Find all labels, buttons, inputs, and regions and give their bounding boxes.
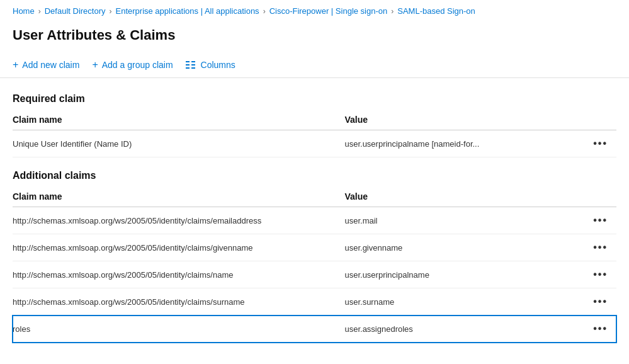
additional-claim-row[interactable]: http://schemas.xmlsoap.org/ws/2005/05/id… [13, 234, 616, 261]
required-col-value: Value [344, 110, 574, 130]
columns-icon [186, 60, 196, 69]
required-claim-value: user.userprincipalname [nameid-for... [344, 130, 574, 157]
required-claim-row[interactable]: Unique User Identifier (Name ID)user.use… [13, 130, 616, 157]
svg-rect-1 [186, 64, 190, 65]
additional-claim-row[interactable]: http://schemas.xmlsoap.org/ws/2005/05/id… [13, 207, 616, 234]
breadcrumb-home[interactable]: Home [13, 6, 35, 16]
required-col-actions [574, 110, 616, 130]
required-claims-section: Required claim Claim name Value Unique U… [13, 93, 616, 157]
required-claims-table: Claim name Value Unique User Identifier … [13, 110, 616, 157]
page-title: User Attributes & Claims [0, 22, 629, 54]
additional-claim-row[interactable]: http://schemas.xmlsoap.org/ws/2005/05/id… [13, 261, 616, 288]
additional-claim-name: roles [13, 316, 344, 343]
add-group-claim-button[interactable]: + Add a group claim [92, 59, 173, 71]
required-claim-more-button[interactable]: ••• [591, 137, 610, 151]
toolbar: + Add new claim + Add a group claim Colu… [0, 54, 629, 78]
breadcrumb-sep-4: › [391, 7, 394, 16]
breadcrumb-default-directory[interactable]: Default Directory [45, 6, 106, 16]
plus-icon-group-claim: + [92, 60, 98, 70]
additional-claims-header-row: Claim name Value [13, 186, 616, 207]
breadcrumb-enterprise-apps[interactable]: Enterprise applications | All applicatio… [116, 6, 259, 16]
breadcrumb: Home › Default Directory › Enterprise ap… [0, 0, 629, 22]
additional-claim-value: user.surname [344, 288, 574, 316]
additional-claim-name: http://schemas.xmlsoap.org/ws/2005/05/id… [13, 234, 344, 261]
additional-claim-actions: ••• [574, 207, 616, 234]
main-content: Required claim Claim name Value Unique U… [0, 78, 629, 364]
additional-claim-more-button[interactable]: ••• [591, 268, 610, 282]
additional-claim-row[interactable]: rolesuser.assignedroles••• [13, 316, 616, 343]
required-claim-actions: ••• [574, 130, 616, 157]
svg-rect-3 [191, 61, 195, 62]
additional-claim-name: http://schemas.xmlsoap.org/ws/2005/05/id… [13, 207, 344, 234]
svg-rect-0 [186, 61, 190, 62]
additional-claim-more-button[interactable]: ••• [591, 322, 610, 336]
additional-claims-table: Claim name Value http://schemas.xmlsoap.… [13, 186, 616, 343]
additional-claim-actions: ••• [574, 316, 616, 343]
additional-claim-name: http://schemas.xmlsoap.org/ws/2005/05/id… [13, 288, 344, 316]
additional-claim-name: http://schemas.xmlsoap.org/ws/2005/05/id… [13, 261, 344, 288]
add-new-claim-label: Add new claim [22, 60, 79, 70]
required-section-title: Required claim [13, 93, 616, 105]
breadcrumb-cisco[interactable]: Cisco-Firepower | Single sign-on [269, 6, 388, 16]
additional-col-value: Value [344, 186, 574, 207]
svg-rect-4 [191, 64, 195, 65]
required-claims-header-row: Claim name Value [13, 110, 616, 130]
add-group-claim-label: Add a group claim [102, 60, 173, 70]
additional-claim-more-button[interactable]: ••• [591, 241, 610, 254]
required-col-claim-name: Claim name [13, 110, 344, 130]
svg-rect-2 [186, 67, 190, 69]
additional-claim-value: user.assignedroles [344, 316, 574, 343]
additional-claims-section: Additional claims Claim name Value http:… [13, 170, 616, 343]
breadcrumb-sep-2: › [110, 7, 112, 16]
columns-button[interactable]: Columns [186, 59, 235, 71]
additional-claim-value: user.mail [344, 207, 574, 234]
additional-claim-row[interactable]: http://schemas.xmlsoap.org/ws/2005/05/id… [13, 288, 616, 316]
additional-col-actions [574, 186, 616, 207]
breadcrumb-sep-3: › [263, 7, 266, 16]
add-new-claim-button[interactable]: + Add new claim [13, 59, 79, 71]
additional-claim-more-button[interactable]: ••• [591, 295, 610, 309]
svg-rect-5 [191, 67, 195, 69]
additional-claim-value: user.givenname [344, 234, 574, 261]
additional-claim-actions: ••• [574, 261, 616, 288]
plus-icon-new-claim: + [13, 60, 18, 70]
additional-claim-value: user.userprincipalname [344, 261, 574, 288]
breadcrumb-sep-1: › [38, 7, 41, 16]
columns-label: Columns [201, 60, 235, 70]
required-claim-name: Unique User Identifier (Name ID) [13, 130, 344, 157]
additional-claim-actions: ••• [574, 288, 616, 316]
additional-claim-actions: ••• [574, 234, 616, 261]
additional-col-claim-name: Claim name [13, 186, 344, 207]
breadcrumb-saml[interactable]: SAML-based Sign-on [397, 6, 475, 16]
additional-claim-more-button[interactable]: ••• [591, 213, 610, 227]
additional-section-title: Additional claims [13, 170, 616, 181]
